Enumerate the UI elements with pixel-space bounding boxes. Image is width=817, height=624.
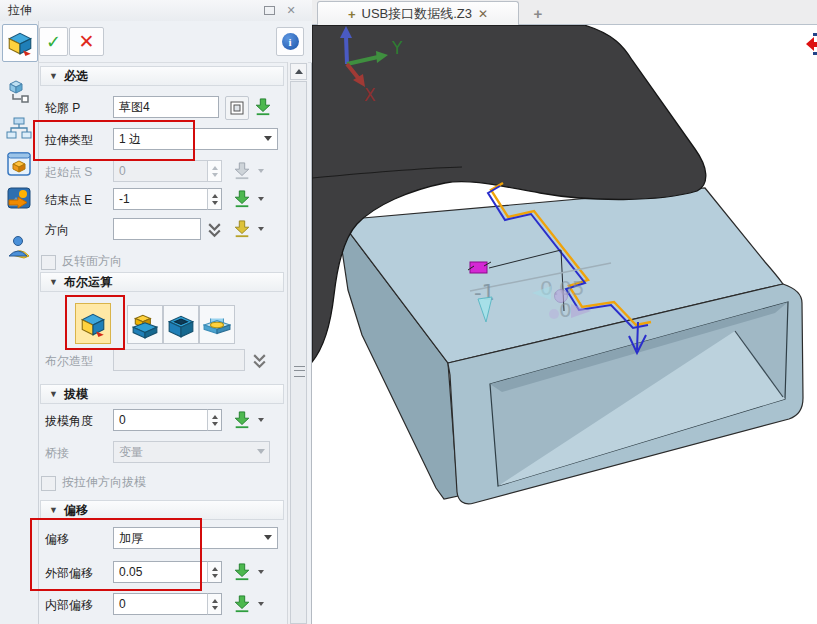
outer-offset-input[interactable]: 0.05	[113, 561, 208, 583]
start-point-row: 起始点 S 0	[38, 159, 288, 185]
dropdown-caret-icon	[258, 169, 264, 176]
section-offset[interactable]: ▼ 偏移	[40, 500, 284, 520]
tab-active-document[interactable]: + USB接口数据线.Z3 ✕	[317, 1, 519, 26]
collapse-icon: ▼	[49, 71, 58, 81]
draft-angle-apply-button[interactable]	[231, 410, 252, 430]
inner-offset-row: 内部偏移 0	[38, 592, 288, 618]
tab-label: USB接口数据线.Z3	[362, 5, 473, 23]
axis-y-label: Y	[391, 38, 403, 58]
panel-scrollbar[interactable]	[287, 62, 308, 624]
direction-label: 方向	[45, 222, 111, 239]
user-role-button[interactable]	[2, 229, 36, 263]
dropdown-caret-icon[interactable]	[258, 570, 264, 577]
inner-offset-label: 内部偏移	[45, 597, 111, 614]
document-tabbar: + USB接口数据线.Z3 ✕ +	[312, 0, 817, 25]
inner-offset-spinner[interactable]	[207, 593, 222, 615]
double-chevron-down-icon[interactable]	[207, 222, 222, 239]
flowchart-icon	[6, 115, 32, 141]
dropdown-caret-icon[interactable]	[258, 227, 264, 234]
profile-apply-button[interactable]	[252, 97, 273, 117]
section-draft[interactable]: ▼ 拔模	[40, 384, 284, 404]
draft-angle-input[interactable]: 0	[113, 409, 208, 431]
boolean-base-button[interactable]	[75, 303, 111, 344]
dropdown-caret-icon[interactable]	[264, 535, 272, 544]
dialog-toolbar: ✓ ✕ i	[38, 21, 312, 63]
extrude-type-row: 拉伸类型 1 边	[38, 127, 288, 153]
inner-offset-apply-button[interactable]	[231, 594, 252, 614]
dropdown-caret-icon[interactable]	[258, 602, 264, 609]
dock-box	[264, 6, 275, 15]
end-point-spinner[interactable]	[207, 188, 222, 210]
pick-profile-button[interactable]	[225, 96, 249, 120]
outer-offset-spinner[interactable]	[207, 561, 222, 583]
green-down-arrow-icon	[233, 411, 251, 429]
nested-squares-icon	[229, 100, 245, 116]
flip-face-checkbox	[41, 255, 56, 270]
scrollbar-up-icon[interactable]	[290, 63, 307, 80]
close-icon[interactable]: ✕	[283, 4, 299, 17]
end-apply-button[interactable]	[231, 189, 252, 209]
offset-type-label: 偏移	[45, 531, 111, 548]
cancel-button[interactable]: ✕	[69, 27, 104, 56]
end-point-input[interactable]: -1	[113, 188, 208, 210]
dropdown-caret-icon[interactable]	[258, 197, 264, 204]
dock-icon[interactable]	[261, 4, 277, 17]
offset-type-dropdown[interactable]: 加厚	[113, 527, 278, 549]
green-down-arrow-icon	[233, 595, 251, 613]
3d-viewport[interactable]: -1 0.05 0 Y X	[312, 25, 817, 624]
section-required[interactable]: ▼ 必选	[40, 66, 284, 86]
draft-angle-row: 拔模角度 0	[38, 408, 288, 434]
dropdown-caret-icon	[257, 449, 265, 458]
cube-window-icon	[6, 151, 32, 177]
extrude-dialog: 拉伸 ✕ ✓ ✕ i	[0, 0, 312, 624]
draft-by-direction-label: 按拉伸方向拔模	[62, 474, 146, 491]
outer-offset-ball[interactable]	[555, 290, 568, 303]
draft-by-direction-checkbox	[41, 476, 56, 491]
extrude-command-button[interactable]	[2, 24, 38, 62]
extrude-icon	[6, 29, 34, 57]
gray-down-arrow-icon	[233, 162, 251, 180]
draft-angle-label: 拔模角度	[45, 413, 111, 430]
info-button[interactable]: i	[276, 27, 304, 56]
tab-close-icon[interactable]: ✕	[478, 7, 488, 21]
new-tab-button[interactable]: +	[527, 3, 549, 23]
dropdown-caret-icon[interactable]	[264, 136, 272, 145]
docked-toolbar-arrow-icon[interactable]	[806, 33, 817, 55]
boolean-shape-input	[113, 349, 245, 371]
draft-angle-spinner[interactable]	[207, 409, 222, 431]
boolean-intersect-icon	[203, 311, 231, 339]
profile-input[interactable]: 草图4	[113, 96, 219, 118]
yellow-down-arrow-icon	[233, 220, 251, 238]
section-boolean[interactable]: ▼ 布尔运算	[40, 272, 284, 292]
direction-apply-button[interactable]	[231, 219, 252, 239]
bridge-label: 桥接	[45, 445, 111, 462]
offset-type-row: 偏移 加厚	[38, 526, 288, 552]
outer-offset-apply-button[interactable]	[231, 562, 252, 582]
view-manager-button[interactable]	[2, 147, 36, 181]
history-manager-button[interactable]	[2, 111, 36, 145]
tab-doc-icon: +	[348, 7, 356, 22]
ok-button[interactable]: ✓	[39, 27, 68, 56]
boolean-remove-button[interactable]	[163, 305, 199, 344]
inner-offset-input[interactable]: 0	[113, 593, 208, 615]
green-down-arrow-icon	[233, 190, 251, 208]
profile-row: 轮廓 P 草图4	[38, 95, 288, 121]
reference-geometry-button[interactable]	[2, 74, 36, 108]
render-image-button[interactable]	[2, 181, 36, 215]
inner-offset-ball[interactable]	[549, 309, 559, 319]
extrude-type-dropdown[interactable]: 1 边	[113, 128, 278, 150]
direction-input[interactable]	[113, 218, 201, 240]
boolean-add-button[interactable]	[127, 305, 163, 344]
left-icon-rail	[0, 21, 39, 624]
scrollbar-thumb[interactable]	[290, 81, 307, 624]
boolean-intersect-button[interactable]	[199, 305, 235, 344]
double-chevron-down-icon[interactable]	[252, 353, 267, 370]
dialog-titlebar[interactable]: 拉伸 ✕	[0, 0, 312, 22]
profile-label: 轮廓 P	[45, 100, 111, 117]
dropdown-caret-icon[interactable]	[258, 418, 264, 425]
extrude-type-label: 拉伸类型	[45, 132, 111, 149]
green-down-arrow-icon	[254, 98, 272, 116]
extrude-form: ▼ 必选 轮廓 P 草图4 拉伸类型 1 边	[38, 62, 288, 624]
scrollbar-grip-icon[interactable]	[294, 366, 305, 377]
dialog-title: 拉伸	[8, 2, 32, 19]
